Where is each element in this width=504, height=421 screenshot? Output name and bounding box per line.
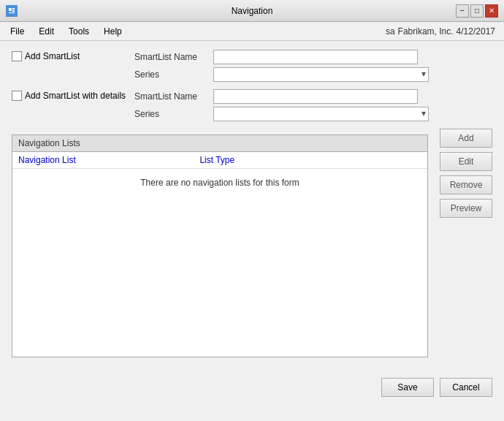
svg-rect-4 [9,12,15,13]
add-smartlist-details-label: Add SmartList with details [25,91,126,101]
save-button[interactable]: Save [381,378,434,397]
nav-lists-container: Navigation Lists Navigation List List Ty… [12,129,428,363]
preview-button[interactable]: Preview [440,199,492,218]
close-button[interactable]: ✕ [485,4,498,18]
nav-lists-col-headers: Navigation List List Type [12,152,427,169]
window-controls: − □ ✕ [456,4,498,18]
remove-button[interactable]: Remove [440,175,492,194]
menu-tools[interactable]: Tools [61,23,96,39]
menu-help[interactable]: Help [96,23,129,39]
title-bar-left [6,5,18,17]
smartlist-details-series-label: Series [134,109,207,119]
add-smartlist-fields: SmartList Name Series [134,50,429,82]
smartlist-details-series-row: Series [134,107,429,121]
menu-bar-right: sa Fabrikam, Inc. 4/12/2017 [386,26,501,37]
smartlist-details-series-wrapper [213,107,429,121]
menu-edit[interactable]: Edit [31,23,61,39]
smartlist-details-name-input[interactable] [213,89,418,104]
svg-rect-3 [12,10,15,12]
edit-button[interactable]: Edit [440,152,492,171]
add-smartlist-details-fields: SmartList Name Series [134,89,429,121]
minimize-button[interactable]: − [456,4,469,18]
menu-file[interactable]: File [3,23,31,39]
smartlist-series-wrapper [213,67,429,82]
no-data-message: There are no navigation lists for this f… [12,169,427,197]
add-smartlist-details-checkbox-area: Add SmartList with details [12,91,129,101]
menu-bar: File Edit Tools Help sa Fabrikam, Inc. 4… [0,22,504,41]
title-bar: Navigation − □ ✕ [0,0,504,22]
add-smartlist-checkbox-area: Add SmartList [12,51,129,61]
nav-lists-panel: Navigation Lists Navigation List List Ty… [12,134,428,357]
add-smartlist-details-checkbox[interactable] [12,91,22,101]
smartlist-details-series-select[interactable] [213,107,429,121]
current-user: sa [386,26,395,37]
smartlist-name-label: SmartList Name [134,52,207,62]
smartlist-series-select[interactable] [213,67,429,82]
add-smartlist-details-row: Add SmartList with details SmartList Nam… [12,89,492,121]
nav-lists-panel-header: Navigation Lists [12,135,427,152]
current-date: 4/12/2017 [457,26,495,37]
main-content: Add SmartList SmartList Name Series Add … [0,41,504,372]
smartlist-series-label: Series [134,69,207,80]
add-button[interactable]: Add [440,129,492,148]
smartlist-details-name-row: SmartList Name [134,89,429,104]
smartlist-name-row: SmartList Name [134,50,429,64]
side-buttons: Add Edit Remove Preview [440,129,492,218]
col-header-nav-list: Navigation List [18,155,199,165]
add-smartlist-label: Add SmartList [25,51,80,61]
cancel-button[interactable]: Cancel [440,378,492,397]
col-header-list-type: List Type [199,155,381,165]
app-icon [6,5,18,17]
footer-buttons: Save Cancel [0,372,504,404]
window-title: Navigation [232,6,273,16]
menu-items: File Edit Tools Help [3,23,129,39]
smartlist-name-input[interactable] [213,50,418,64]
svg-rect-1 [9,8,12,11]
maximize-button[interactable]: □ [470,4,484,18]
add-smartlist-checkbox[interactable] [12,51,22,61]
current-company: Fabrikam, Inc. [398,26,454,37]
add-smartlist-row: Add SmartList SmartList Name Series [12,50,492,82]
lists-and-buttons: Navigation Lists Navigation List List Ty… [12,129,492,363]
smartlist-series-row: Series [134,67,429,82]
svg-rect-2 [12,8,15,10]
smartlist-details-name-label: SmartList Name [134,91,207,102]
